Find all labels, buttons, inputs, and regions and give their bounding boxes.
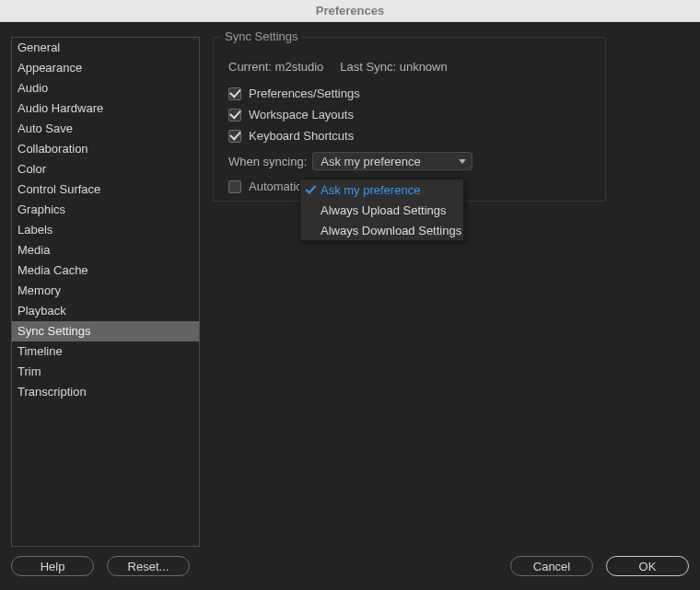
checkbox-workspace[interactable] <box>228 109 241 121</box>
sidebar-item-media[interactable]: Media <box>12 240 199 260</box>
sidebar-item-graphics[interactable]: Graphics <box>12 200 199 220</box>
sidebar-item-transcription[interactable]: Transcription <box>12 382 199 402</box>
when-syncing-dropdown[interactable]: Ask my preference Always Upload Settings… <box>299 179 464 241</box>
checkbox-keyboard-row[interactable]: Keyboard Shortcuts <box>227 129 592 143</box>
dropdown-item-download[interactable]: Always Download Settings <box>300 220 463 240</box>
checkbox-workspace-label: Workspace Layouts <box>249 108 354 121</box>
sidebar-item-audio-hardware[interactable]: Audio Hardware <box>12 98 199 119</box>
checkbox-auto-clear[interactable] <box>228 180 241 193</box>
checkbox-preferences-row[interactable]: Preferences/Settings <box>227 87 592 100</box>
checkbox-keyboard-label: Keyboard Shortcuts <box>249 129 354 143</box>
sync-settings-fieldset: Sync Settings Current: m2studio Last Syn… <box>213 37 606 202</box>
last-sync-value: unknown <box>400 60 448 74</box>
sidebar-item-auto-save[interactable]: Auto Save <box>12 119 199 139</box>
dropdown-item-upload[interactable]: Always Upload Settings <box>300 200 463 220</box>
sidebar-item-general[interactable]: General <box>12 38 199 58</box>
when-syncing-selected: Ask my preference <box>321 155 420 168</box>
current-label-group: Current: m2studio <box>228 60 323 74</box>
window-title: Preferences <box>316 4 384 17</box>
category-sidebar: General Appearance Audio Audio Hardware … <box>11 37 200 547</box>
cancel-button[interactable]: Cancel <box>510 556 593 576</box>
last-sync-label: Last Sync: <box>340 60 396 74</box>
reset-button[interactable]: Reset... <box>107 556 190 576</box>
when-syncing-label: When syncing: <box>228 155 307 168</box>
current-label: Current: <box>228 60 272 74</box>
sidebar-item-labels[interactable]: Labels <box>12 220 199 240</box>
sidebar-item-collaboration[interactable]: Collaboration <box>12 139 199 159</box>
sidebar-item-timeline[interactable]: Timeline <box>12 341 199 362</box>
sidebar-item-memory[interactable]: Memory <box>12 281 199 301</box>
footer-right: Cancel OK <box>510 556 689 576</box>
content-area: General Appearance Audio Audio Hardware … <box>0 22 700 552</box>
checkbox-preferences-label: Preferences/Settings <box>249 87 360 100</box>
footer-bar: Help Reset... Cancel OK <box>0 553 700 590</box>
dropdown-item-ask[interactable]: Ask my preference <box>300 179 463 200</box>
sidebar-item-playback[interactable]: Playback <box>12 301 199 321</box>
main-panel: Sync Settings Current: m2studio Last Syn… <box>213 37 689 547</box>
sidebar-item-trim[interactable]: Trim <box>12 362 199 382</box>
when-syncing-select[interactable]: Ask my preference <box>312 152 472 170</box>
window-titlebar: Preferences <box>0 0 700 22</box>
sidebar-item-color[interactable]: Color <box>12 159 199 179</box>
checkbox-workspace-row[interactable]: Workspace Layouts <box>227 108 592 121</box>
last-sync-label-group: Last Sync: unknown <box>340 60 447 74</box>
checkbox-keyboard[interactable] <box>228 130 241 143</box>
help-button[interactable]: Help <box>11 556 94 576</box>
sidebar-item-appearance[interactable]: Appearance <box>12 58 199 78</box>
sidebar-item-media-cache[interactable]: Media Cache <box>12 260 199 281</box>
checkbox-preferences[interactable] <box>228 87 241 100</box>
sync-info-row: Current: m2studio Last Sync: unknown <box>227 60 592 74</box>
sidebar-item-sync-settings[interactable]: Sync Settings <box>12 321 199 341</box>
fieldset-legend: Sync Settings <box>221 29 302 43</box>
chevron-down-icon <box>459 159 466 164</box>
sidebar-item-control-surface[interactable]: Control Surface <box>12 179 199 200</box>
when-syncing-row: When syncing: Ask my preference <box>227 152 592 170</box>
current-value: m2studio <box>275 60 324 74</box>
sidebar-item-audio[interactable]: Audio <box>12 78 199 98</box>
ok-button[interactable]: OK <box>606 556 689 576</box>
footer-left: Help Reset... <box>11 556 190 576</box>
